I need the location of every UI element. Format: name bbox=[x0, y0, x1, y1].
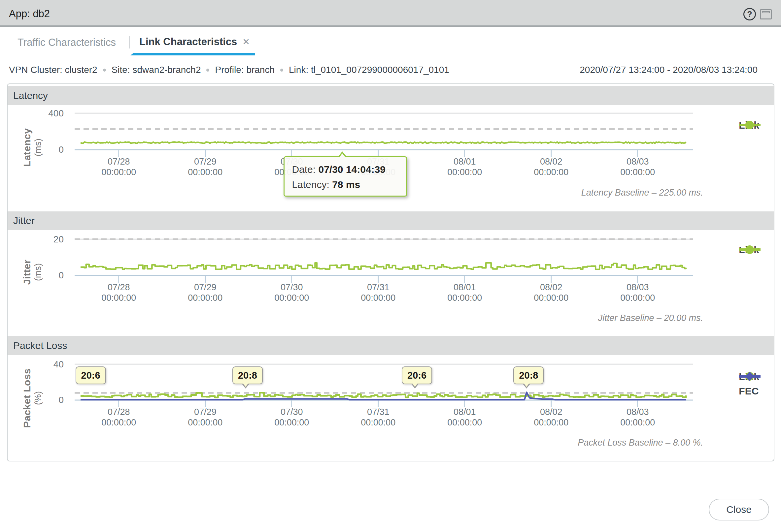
x-tick-time: 00:00:00 bbox=[534, 293, 568, 303]
x-tick-time: 00:00:00 bbox=[361, 293, 396, 303]
x-tick-time: 00:00:00 bbox=[274, 417, 309, 428]
context-profile: Profile: branch bbox=[215, 64, 275, 75]
packet-loss-annotation: 20:6 bbox=[76, 366, 106, 384]
x-tick-date: 08/02 bbox=[540, 282, 563, 292]
x-tick-time: 00:00:00 bbox=[274, 293, 309, 303]
x-tick-date: 08/03 bbox=[626, 157, 649, 167]
packet-loss-annotation: 20:8 bbox=[513, 366, 544, 384]
panel-title: Latency bbox=[8, 90, 48, 101]
x-tick-date: 08/03 bbox=[626, 407, 649, 417]
x-tick-date: 07/29 bbox=[194, 282, 216, 292]
context-link-id: Link: tl_0101_007299000006017_0101 bbox=[289, 64, 449, 75]
x-tick-date: 07/29 bbox=[194, 157, 216, 167]
x-tick-date: 08/01 bbox=[454, 407, 476, 417]
x-tick-time: 00:00:00 bbox=[620, 167, 655, 177]
x-tick-time: 00:00:00 bbox=[188, 167, 222, 177]
bullet-separator bbox=[103, 69, 106, 72]
legend-item-link[interactable]: Link bbox=[739, 245, 759, 256]
tab-bar: Traffic Characteristics Link Characteris… bbox=[0, 29, 781, 56]
x-tick-date: 08/02 bbox=[540, 407, 563, 417]
active-tab-underline bbox=[130, 53, 255, 55]
packet-loss-annotation: 20:8 bbox=[233, 366, 263, 384]
tab-link-characteristics[interactable]: Link Characteristics ✕ bbox=[139, 36, 250, 48]
close-button[interactable]: Close bbox=[709, 499, 769, 521]
y-tick-max: 400 bbox=[48, 108, 64, 119]
latency-tooltip: Date: 07/30 14:04:39 Latency: 78 ms bbox=[284, 156, 407, 196]
link-series-line bbox=[81, 263, 686, 269]
x-tick-date: 08/01 bbox=[454, 282, 476, 292]
x-tick-date: 08/02 bbox=[540, 157, 563, 167]
x-tick-date: 07/29 bbox=[194, 407, 216, 417]
x-tick-time: 00:00:00 bbox=[101, 417, 136, 428]
x-tick-time: 00:00:00 bbox=[447, 293, 482, 303]
packet-loss-chart[interactable]: 07/2800:00:0007/2900:00:0007/3000:00:000… bbox=[8, 355, 774, 461]
x-tick-date: 08/03 bbox=[626, 282, 649, 292]
bullet-separator bbox=[206, 69, 209, 72]
x-tick-date: 07/31 bbox=[367, 407, 389, 417]
x-tick-time: 00:00:00 bbox=[101, 167, 136, 177]
jitter-y-axis-label: Jitter (ms) bbox=[22, 260, 43, 284]
jitter-legend: Link bbox=[739, 245, 759, 256]
y-tick-zero: 0 bbox=[58, 144, 64, 155]
x-tick-time: 00:00:00 bbox=[534, 417, 568, 428]
page-title: App: db2 bbox=[9, 8, 50, 20]
tab-close-icon[interactable]: ✕ bbox=[242, 38, 250, 46]
latency-baseline-note: Latency Baseline – 225.00 ms. bbox=[581, 188, 703, 198]
tooltip-metric-line: Latency: 78 ms bbox=[292, 177, 399, 192]
x-tick-time: 00:00:00 bbox=[188, 417, 222, 428]
context-row: VPN Cluster: cluster2 Site: sdwan2-branc… bbox=[0, 64, 781, 77]
x-tick-time: 00:00:00 bbox=[620, 293, 655, 303]
latency-chart[interactable]: 07/2800:00:0007/2900:00:0007/3000:00:000… bbox=[8, 105, 774, 211]
y-tick-zero: 0 bbox=[58, 270, 64, 280]
panel-header-latency: Latency bbox=[8, 86, 774, 105]
context-site: Site: sdwan2-branch2 bbox=[112, 64, 201, 75]
tab-divider bbox=[129, 36, 130, 48]
x-tick-time: 00:00:00 bbox=[620, 417, 655, 428]
header-icons: ? bbox=[743, 8, 772, 20]
x-tick-date: 07/30 bbox=[281, 407, 303, 417]
x-tick-time: 00:00:00 bbox=[534, 167, 568, 177]
tooltip-date-line: Date: 07/30 14:04:39 bbox=[292, 162, 399, 177]
panel-header-packet-loss: Packet Loss bbox=[8, 336, 774, 355]
date-range: 2020/07/27 13:24:00 - 2020/08/03 13:24:0… bbox=[580, 64, 757, 75]
latency-y-axis-label: Latency (ms) bbox=[22, 128, 43, 167]
app-header: App: db2 ? bbox=[0, 0, 781, 27]
context-vpn-cluster: VPN Cluster: cluster2 bbox=[9, 64, 97, 75]
jitter-baseline-note: Jitter Baseline – 20.00 ms. bbox=[598, 313, 703, 323]
window-panel-icon-bar bbox=[762, 11, 770, 13]
x-tick-date: 07/31 bbox=[367, 282, 389, 292]
link-series-marker-icon bbox=[739, 120, 761, 130]
y-tick-max: 20 bbox=[53, 234, 64, 245]
context-items: VPN Cluster: cluster2 Site: sdwan2-branc… bbox=[9, 64, 449, 75]
latency-legend: Link bbox=[739, 120, 759, 131]
legend-item-fec[interactable]: FEC bbox=[739, 386, 759, 397]
jitter-chart[interactable]: 07/2800:00:0007/2900:00:0007/3000:00:000… bbox=[8, 230, 774, 336]
panel-header-jitter: Jitter bbox=[8, 211, 774, 230]
link-series-marker-icon bbox=[739, 245, 761, 255]
packet-loss-baseline-note: Packet Loss Baseline – 8.00 %. bbox=[578, 438, 703, 448]
x-tick-date: 07/28 bbox=[108, 282, 130, 292]
tab-label: Link Characteristics bbox=[139, 36, 237, 48]
legend-item-link[interactable]: Link bbox=[739, 120, 759, 131]
tab-traffic-characteristics[interactable]: Traffic Characteristics bbox=[17, 37, 116, 48]
x-tick-time: 00:00:00 bbox=[447, 417, 482, 428]
link-series-line bbox=[81, 142, 686, 143]
bullet-separator bbox=[280, 69, 283, 72]
x-tick-time: 00:00:00 bbox=[361, 417, 396, 428]
panel-title: Jitter bbox=[8, 215, 35, 226]
x-tick-date: 07/28 bbox=[108, 157, 130, 167]
packet-loss-y-axis-label: Packet Loss (%) bbox=[22, 368, 43, 428]
x-tick-time: 00:00:00 bbox=[188, 293, 222, 303]
fec-series-marker-icon bbox=[739, 371, 761, 382]
x-tick-time: 00:00:00 bbox=[101, 293, 136, 303]
packet-loss-legend: Link FEC bbox=[739, 371, 759, 397]
x-tick-date: 07/30 bbox=[281, 282, 303, 292]
y-tick-max: 40 bbox=[53, 359, 64, 369]
panel-title: Packet Loss bbox=[8, 340, 67, 351]
x-tick-date: 08/01 bbox=[454, 157, 476, 167]
y-tick-zero: 0 bbox=[58, 395, 64, 405]
packet-loss-annotation: 20:6 bbox=[402, 366, 432, 384]
window-panel-icon[interactable] bbox=[760, 9, 772, 19]
x-tick-date: 07/28 bbox=[108, 407, 130, 417]
help-icon[interactable]: ? bbox=[743, 8, 756, 20]
